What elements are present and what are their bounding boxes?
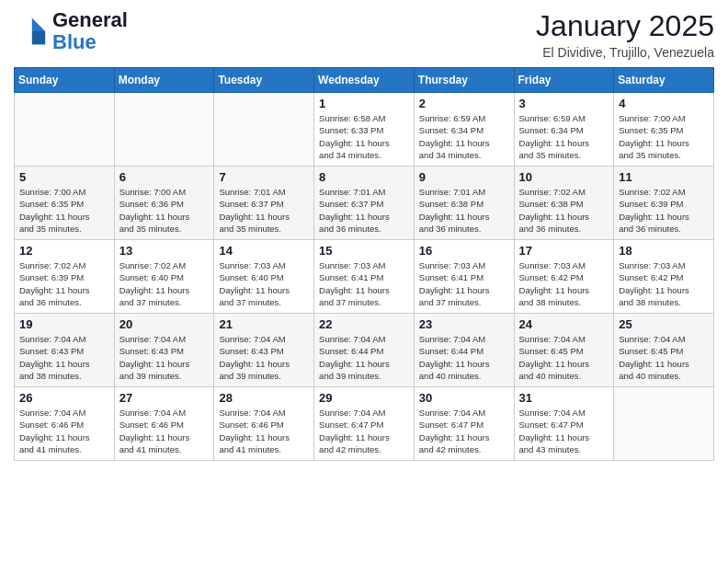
day-number: 30: [419, 391, 509, 405]
day-info: Sunrise: 7:00 AMSunset: 6:35 PMDaylight:…: [19, 186, 109, 235]
logo-general-text: General: [52, 8, 128, 31]
column-header-tuesday: Tuesday: [214, 68, 314, 93]
day-number: 28: [219, 391, 309, 405]
day-number: 7: [219, 170, 309, 184]
column-header-wednesday: Wednesday: [314, 68, 415, 93]
calendar-cell: 30Sunrise: 7:04 AMSunset: 6:47 PMDayligh…: [414, 387, 514, 461]
day-info: Sunrise: 7:02 AMSunset: 6:40 PMDaylight:…: [119, 259, 210, 308]
calendar-cell: 13Sunrise: 7:02 AMSunset: 6:40 PMDayligh…: [114, 240, 214, 314]
week-row-1: 1Sunrise: 6:58 AMSunset: 6:33 PMDaylight…: [15, 93, 714, 167]
day-number: 3: [519, 97, 609, 110]
day-number: 24: [519, 317, 609, 331]
day-info: Sunrise: 6:59 AMSunset: 6:34 PMDaylight:…: [519, 112, 609, 161]
column-header-monday: Monday: [114, 68, 214, 93]
day-number: 29: [319, 391, 409, 405]
day-number: 21: [219, 317, 309, 331]
day-info: Sunrise: 7:02 AMSunset: 6:39 PMDaylight:…: [619, 186, 709, 235]
calendar-cell: 20Sunrise: 7:04 AMSunset: 6:43 PMDayligh…: [114, 314, 214, 387]
day-number: 31: [519, 391, 609, 405]
day-info: Sunrise: 7:03 AMSunset: 6:40 PMDaylight:…: [219, 259, 309, 308]
day-info: Sunrise: 7:04 AMSunset: 6:47 PMDaylight:…: [419, 407, 509, 455]
day-info: Sunrise: 7:01 AMSunset: 6:37 PMDaylight:…: [219, 186, 309, 235]
day-info: Sunrise: 7:04 AMSunset: 6:43 PMDaylight:…: [219, 333, 309, 382]
day-number: 9: [419, 170, 509, 184]
day-number: 22: [319, 317, 409, 331]
day-number: 23: [419, 317, 509, 331]
day-info: Sunrise: 7:03 AMSunset: 6:41 PMDaylight:…: [419, 259, 509, 308]
location-title: El Dividive, Trujillo, Venezuela: [536, 45, 714, 60]
page-header: General Blue January 2025 El Dividive, T…: [14, 9, 714, 60]
day-number: 12: [19, 244, 109, 258]
day-number: 13: [119, 244, 210, 258]
day-number: 25: [619, 317, 709, 331]
day-number: 27: [119, 391, 210, 405]
day-info: Sunrise: 7:04 AMSunset: 6:43 PMDaylight:…: [19, 333, 109, 382]
day-info: Sunrise: 7:02 AMSunset: 6:38 PMDaylight:…: [519, 186, 609, 235]
day-number: 19: [19, 317, 109, 331]
day-info: Sunrise: 7:03 AMSunset: 6:42 PMDaylight:…: [519, 259, 609, 308]
month-title: January 2025: [536, 9, 714, 43]
calendar-cell: [214, 93, 314, 167]
calendar-cell: 29Sunrise: 7:04 AMSunset: 6:47 PMDayligh…: [314, 387, 415, 461]
calendar-cell: 11Sunrise: 7:02 AMSunset: 6:39 PMDayligh…: [614, 167, 714, 240]
day-number: 10: [519, 170, 609, 184]
column-header-thursday: Thursday: [414, 68, 514, 93]
calendar-cell: 14Sunrise: 7:03 AMSunset: 6:40 PMDayligh…: [214, 240, 314, 314]
day-number: 16: [419, 244, 509, 258]
day-number: 1: [319, 97, 409, 110]
logo-icon: [14, 15, 47, 48]
day-info: Sunrise: 7:04 AMSunset: 6:44 PMDaylight:…: [419, 333, 509, 382]
day-number: 11: [619, 170, 709, 184]
day-info: Sunrise: 7:03 AMSunset: 6:41 PMDaylight:…: [319, 259, 409, 308]
day-info: Sunrise: 7:04 AMSunset: 6:47 PMDaylight:…: [319, 407, 409, 455]
day-number: 15: [319, 244, 409, 258]
column-header-saturday: Saturday: [614, 68, 714, 93]
calendar-cell: 10Sunrise: 7:02 AMSunset: 6:38 PMDayligh…: [514, 167, 614, 240]
day-info: Sunrise: 7:00 AMSunset: 6:36 PMDaylight:…: [119, 186, 210, 235]
calendar-cell: [114, 93, 214, 167]
calendar-cell: 22Sunrise: 7:04 AMSunset: 6:44 PMDayligh…: [314, 314, 415, 387]
day-info: Sunrise: 7:03 AMSunset: 6:42 PMDaylight:…: [619, 259, 709, 308]
calendar-cell: 26Sunrise: 7:04 AMSunset: 6:46 PMDayligh…: [15, 387, 115, 461]
day-number: 14: [219, 244, 309, 258]
day-info: Sunrise: 6:59 AMSunset: 6:34 PMDaylight:…: [419, 112, 509, 161]
day-number: 4: [619, 97, 709, 110]
day-number: 6: [119, 170, 210, 184]
day-info: Sunrise: 7:04 AMSunset: 6:43 PMDaylight:…: [119, 333, 210, 382]
day-info: Sunrise: 7:00 AMSunset: 6:35 PMDaylight:…: [619, 112, 709, 161]
calendar-header-row: SundayMondayTuesdayWednesdayThursdayFrid…: [15, 68, 714, 93]
calendar-cell: 17Sunrise: 7:03 AMSunset: 6:42 PMDayligh…: [514, 240, 614, 314]
day-info: Sunrise: 7:01 AMSunset: 6:37 PMDaylight:…: [319, 186, 409, 235]
day-info: Sunrise: 7:04 AMSunset: 6:45 PMDaylight:…: [519, 333, 609, 382]
calendar-cell: 12Sunrise: 7:02 AMSunset: 6:39 PMDayligh…: [15, 240, 115, 314]
logo-blue-text: Blue: [52, 30, 97, 53]
calendar-table: SundayMondayTuesdayWednesdayThursdayFrid…: [14, 67, 714, 461]
day-number: 5: [19, 170, 109, 184]
calendar-cell: 8Sunrise: 7:01 AMSunset: 6:37 PMDaylight…: [314, 167, 415, 240]
day-info: Sunrise: 7:04 AMSunset: 6:46 PMDaylight:…: [19, 407, 109, 455]
day-number: 17: [519, 244, 609, 258]
day-info: Sunrise: 7:04 AMSunset: 6:45 PMDaylight:…: [619, 333, 709, 382]
calendar-cell: 15Sunrise: 7:03 AMSunset: 6:41 PMDayligh…: [314, 240, 415, 314]
calendar-cell: 9Sunrise: 7:01 AMSunset: 6:38 PMDaylight…: [414, 167, 514, 240]
calendar-cell: 1Sunrise: 6:58 AMSunset: 6:33 PMDaylight…: [314, 93, 415, 167]
week-row-5: 26Sunrise: 7:04 AMSunset: 6:46 PMDayligh…: [15, 387, 714, 461]
column-header-sunday: Sunday: [15, 68, 115, 93]
week-row-3: 12Sunrise: 7:02 AMSunset: 6:39 PMDayligh…: [15, 240, 714, 314]
day-number: 8: [319, 170, 409, 184]
week-row-4: 19Sunrise: 7:04 AMSunset: 6:43 PMDayligh…: [15, 314, 714, 387]
day-number: 20: [119, 317, 210, 331]
calendar-cell: 18Sunrise: 7:03 AMSunset: 6:42 PMDayligh…: [614, 240, 714, 314]
day-number: 18: [619, 244, 709, 258]
calendar-cell: 4Sunrise: 7:00 AMSunset: 6:35 PMDaylight…: [614, 93, 714, 167]
calendar-cell: 27Sunrise: 7:04 AMSunset: 6:46 PMDayligh…: [114, 387, 214, 461]
calendar-cell: [614, 387, 714, 461]
week-row-2: 5Sunrise: 7:00 AMSunset: 6:35 PMDaylight…: [15, 167, 714, 240]
calendar-cell: 23Sunrise: 7:04 AMSunset: 6:44 PMDayligh…: [414, 314, 514, 387]
day-info: Sunrise: 7:01 AMSunset: 6:38 PMDaylight:…: [419, 186, 509, 235]
day-info: Sunrise: 6:58 AMSunset: 6:33 PMDaylight:…: [319, 112, 409, 161]
day-info: Sunrise: 7:04 AMSunset: 6:44 PMDaylight:…: [319, 333, 409, 382]
day-info: Sunrise: 7:04 AMSunset: 6:46 PMDaylight:…: [119, 407, 210, 455]
day-info: Sunrise: 7:04 AMSunset: 6:46 PMDaylight:…: [219, 407, 309, 455]
title-area: January 2025 El Dividive, Trujillo, Vene…: [536, 9, 714, 60]
